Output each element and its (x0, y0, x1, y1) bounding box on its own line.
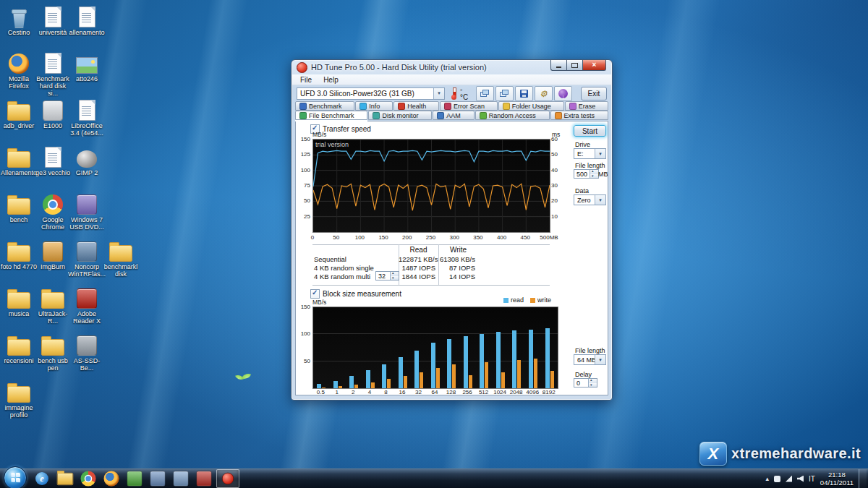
file-length-spinner[interactable]: 500 (574, 169, 599, 179)
temperature-value: - °C (460, 85, 472, 101)
desktop-icon-bench[interactable]: bench (2, 193, 35, 238)
desktop-icon-recensioni[interactable]: recensioni (2, 334, 35, 379)
clock[interactable]: 21:18 04/11/2011 (820, 471, 854, 487)
desktop-icon-ge3-vecchio[interactable]: ge3 vecchio (36, 146, 69, 191)
chevron-down-icon[interactable] (595, 149, 605, 158)
data-pattern-select[interactable]: Zero (574, 194, 606, 205)
tab-erase[interactable]: Erase (565, 101, 608, 111)
desktop-icon-as-ssd-be[interactable]: AS-SSD-Be... (70, 334, 103, 379)
results-table-bottom-divider (312, 285, 550, 286)
tab-benchmark[interactable]: Benchmark (295, 101, 354, 111)
desktop-icon-adobe-reader-x[interactable]: Adobe Reader X (70, 287, 103, 332)
spin-down-icon[interactable] (590, 174, 598, 179)
tab-aam[interactable]: AAM (433, 111, 474, 120)
desktop-icon-benchmarkl-disk[interactable]: benchmarkl disk (104, 240, 137, 285)
desktop-icon-windows-7-usb-dvd[interactable]: Windows 7 USB DVD... (70, 193, 103, 238)
start-menu-button[interactable] (4, 466, 27, 488)
taskbar-icon-red-app[interactable] (193, 470, 215, 487)
tab-label: Erase (579, 103, 596, 110)
copy-screenshot-button[interactable] (476, 86, 494, 101)
show-desktop-button[interactable] (859, 469, 867, 488)
taskbar-icon-window-app-2[interactable] (170, 470, 192, 487)
action-center-icon[interactable] (774, 476, 780, 482)
taskbar-icon-internet-explorer[interactable] (31, 470, 53, 487)
menu-help[interactable]: Help (318, 76, 344, 84)
bar-write (550, 371, 554, 388)
desktop-icon-gimp-2[interactable]: GIMP 2 (70, 146, 103, 191)
desktop-icon-bench-usb-pen[interactable]: bench usb pen (36, 334, 69, 379)
taskbar-icon-mozilla-firefox[interactable] (101, 470, 122, 487)
window-title: HD Tune Pro 5.00 - Hard Disk Utility (tr… (311, 63, 487, 72)
chart1-y2-tick: 50 (551, 151, 564, 158)
taskbar-icon-google-chrome[interactable] (77, 470, 99, 487)
benchmark-icon (299, 103, 307, 110)
maximize-button[interactable] (566, 60, 582, 71)
save-button[interactable] (515, 86, 533, 101)
minimize-button[interactable] (550, 60, 566, 71)
desktop-icon-benchmark-hard-disk-si[interactable]: Benchmark hard disk si... (36, 52, 69, 97)
desktop-icon-foto-hd-4770[interactable]: foto hd 4770 (2, 240, 35, 285)
chart1-y2-tick: 40 (551, 167, 564, 174)
tab-file-benchmark[interactable]: File Benchmark (295, 111, 367, 120)
desktop-icon-musica[interactable]: musica (2, 287, 35, 332)
thread-count-spinner[interactable]: 32 (375, 271, 399, 281)
tab-random-access[interactable]: Random Access (475, 111, 550, 120)
show-hidden-icons-button[interactable] (765, 475, 769, 482)
copy-results-button[interactable] (495, 86, 514, 101)
update-button[interactable] (554, 86, 572, 101)
desktop-icon-immagine-profilo[interactable]: immagine profilo (2, 381, 35, 426)
chart2-x-category: 2048 (509, 389, 524, 395)
network-icon[interactable] (786, 476, 792, 482)
tab-folder-usage[interactable]: Folder Usage (498, 101, 564, 111)
tab-error-scan[interactable]: Error Scan (440, 101, 498, 111)
desktop-icon-universit[interactable]: università (36, 6, 69, 51)
taskbar-icon-green-app[interactable] (124, 470, 145, 487)
block-size-checkbox[interactable]: Block size measurement (310, 289, 401, 299)
options-button[interactable] (535, 86, 553, 101)
taskbar-icon-windows-explorer[interactable] (54, 470, 76, 487)
menu-file[interactable]: File (295, 76, 317, 84)
bar-read (366, 370, 370, 388)
desktop-icon-allenamento[interactable]: Allenamento (2, 146, 35, 191)
desktop-icon-google-chrome[interactable]: Google Chrome (36, 193, 69, 238)
disk-monitor-icon (373, 112, 380, 119)
chevron-down-icon[interactable] (595, 355, 605, 364)
desktop-icon-label: E1000 (34, 122, 72, 129)
folder-icon (7, 334, 30, 356)
desktop-icon-allenamento[interactable]: allenamento (70, 6, 103, 51)
language-indicator[interactable]: IT (809, 475, 815, 483)
checkbox-checked-icon (310, 289, 320, 299)
desktop-icon-e1000[interactable]: E1000 (36, 99, 69, 144)
tab-info[interactable]: Info (355, 101, 393, 111)
chevron-down-icon[interactable] (433, 88, 444, 99)
desktop-icon-label: Benchmark hard disk si... (34, 75, 72, 97)
chevron-down-icon[interactable] (595, 195, 605, 205)
spin-down-icon[interactable] (589, 383, 597, 388)
chart1-y-tick: 25 (296, 213, 310, 220)
exit-button[interactable]: Exit (581, 87, 607, 100)
taskbar-icon-hd-tune[interactable] (216, 469, 239, 488)
delay-spinner[interactable]: 0 (574, 378, 597, 388)
desktop-icon-cestino[interactable]: Cestino (2, 6, 35, 51)
tab-health[interactable]: Health (393, 101, 439, 111)
tab-disk-monitor[interactable]: Disk monitor (368, 111, 432, 120)
file-length-2-select[interactable]: 64 MB (574, 354, 606, 365)
tab-extra-tests[interactable]: Extra tests (550, 111, 608, 120)
chart1-x-tick: 400 (493, 234, 511, 241)
desktop-icon-atto246[interactable]: atto246 (70, 52, 103, 97)
volume-icon[interactable] (797, 476, 804, 482)
close-button[interactable] (582, 60, 606, 71)
desktop-icon-noncorp-wintrflas[interactable]: Noncorp WinTRFlas... (70, 240, 103, 285)
desktop-icon-libreoffice-3-4-4e54[interactable]: LibreOffice 3.4 (4e54... (70, 99, 103, 144)
desktop-icon-imgburn[interactable]: ImgBurn (36, 240, 69, 285)
result-row-label: 4 KB random multi (314, 273, 370, 281)
drive-select[interactable]: E: (574, 148, 606, 159)
desktop-icon-mozilla-firefox[interactable]: Mozilla Firefox (2, 52, 35, 97)
spin-down-icon[interactable] (391, 276, 399, 281)
desktop-icon-ultrajack-r[interactable]: UltraJack-R... (36, 287, 69, 332)
chart1-x-tick: 150 (374, 234, 393, 241)
start-button[interactable]: Start (574, 125, 606, 137)
device-select[interactable]: UFD 3.0 Silicon-Power32G (31 GB) (297, 87, 445, 100)
desktop-icon-adb-driver[interactable]: adb_driver (2, 99, 35, 144)
taskbar-icon-window-app-1[interactable] (147, 470, 169, 487)
